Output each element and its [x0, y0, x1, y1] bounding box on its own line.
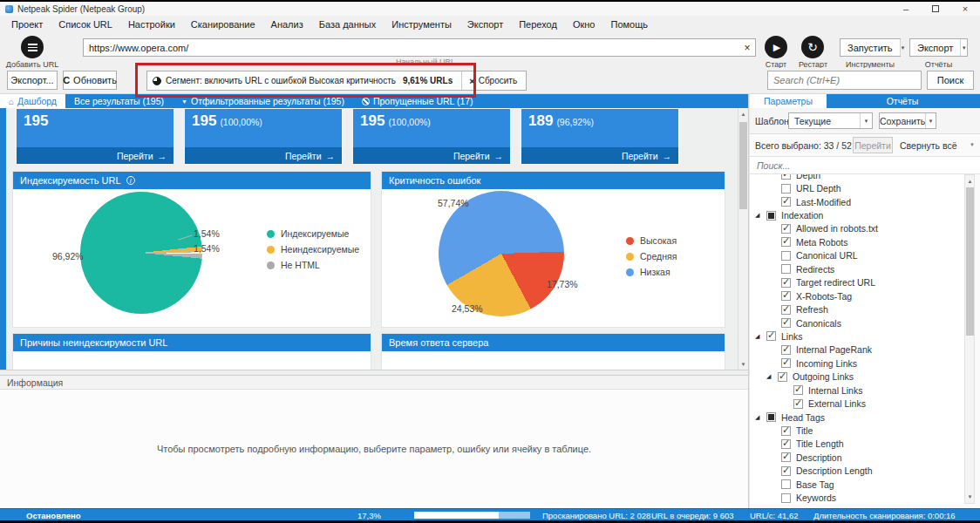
parameters-scrollbar[interactable]: ▲ ▼: [964, 174, 975, 504]
scrollbar-thumb[interactable]: [739, 122, 747, 209]
goto-button-disabled[interactable]: Перейти: [853, 137, 893, 153]
checkbox[interactable]: [781, 197, 791, 207]
checkbox[interactable]: [781, 291, 791, 301]
tree-item[interactable]: Title Length: [750, 438, 964, 451]
expander-icon[interactable]: ◢: [755, 414, 762, 421]
clear-url-icon[interactable]: ×: [739, 42, 755, 54]
start-button[interactable]: ▶: [765, 36, 787, 58]
checkbox[interactable]: [781, 237, 791, 247]
add-url-button[interactable]: [21, 36, 44, 58]
export-dropdown[interactable]: Экспорт ▼: [909, 38, 968, 57]
checkbox[interactable]: [781, 358, 791, 368]
close-button[interactable]: ×: [950, 2, 980, 16]
parameters-search-input[interactable]: [750, 158, 980, 174]
run-dropdown[interactable]: Запустить ▼: [840, 38, 901, 57]
tree-item[interactable]: Depth: [750, 174, 964, 181]
tab-all-results[interactable]: Все результаты (195): [65, 94, 173, 108]
tree-item[interactable]: ◢Head Tags: [750, 411, 964, 424]
menu-project[interactable]: Проект: [3, 17, 51, 31]
restart-button[interactable]: ↻: [801, 36, 824, 58]
tree-item[interactable]: URL Depth: [750, 181, 964, 194]
checkbox[interactable]: [766, 412, 776, 422]
tree-item[interactable]: ◢Indexation: [750, 208, 964, 221]
tree-item[interactable]: Description: [750, 451, 964, 464]
tree-item[interactable]: Last-Modified: [750, 195, 964, 208]
tree-item[interactable]: Target redirect URL: [750, 276, 964, 289]
search-input[interactable]: [768, 71, 921, 89]
menu-analysis[interactable]: Анализ: [263, 17, 311, 31]
checkbox[interactable]: [781, 426, 791, 436]
menu-tools[interactable]: Инструменты: [384, 17, 459, 31]
restore-button[interactable]: [921, 2, 950, 16]
tree-item[interactable]: Redirects: [750, 262, 964, 275]
tree-item[interactable]: Keywords: [750, 492, 964, 505]
tree-item[interactable]: ◢Links: [750, 329, 964, 343]
dashboard-scrollbar[interactable]: ▲ ▼: [738, 108, 748, 370]
menu-settings[interactable]: Настройки: [120, 17, 183, 31]
url-input[interactable]: [84, 43, 739, 53]
checkbox[interactable]: [793, 385, 803, 395]
expander-icon[interactable]: ◢: [755, 212, 762, 219]
expander-icon[interactable]: ◢: [766, 373, 773, 380]
information-panel-header[interactable]: Информация: [0, 375, 748, 390]
scroll-up-icon[interactable]: ▲: [965, 176, 975, 187]
scroll-down-icon[interactable]: ▼: [965, 492, 975, 502]
checkbox[interactable]: [781, 184, 791, 194]
save-template-button[interactable]: Сохранить ▼: [879, 112, 936, 129]
tab-reports[interactable]: Отчёты: [827, 94, 978, 108]
scrollbar-thumb[interactable]: [966, 187, 974, 336]
export-results-button[interactable]: Экспорт...: [7, 71, 58, 90]
checkbox[interactable]: [781, 318, 791, 328]
card-go-button[interactable]: Перейти→: [17, 147, 174, 164]
minimize-button[interactable]: –: [891, 2, 921, 16]
tree-item[interactable]: External Links: [750, 397, 964, 410]
collapse-all-button[interactable]: Свернуть всё: [900, 140, 957, 151]
menu-help[interactable]: Помощь: [602, 17, 656, 31]
checkbox[interactable]: [781, 174, 791, 180]
expander-icon[interactable]: ◢: [755, 333, 762, 340]
checkbox[interactable]: [766, 331, 776, 341]
tree-item[interactable]: Description Length: [750, 465, 964, 478]
tab-parameters[interactable]: Параметры: [750, 94, 827, 108]
menu-export[interactable]: Экспорт: [459, 17, 511, 31]
indexability-pie-chart[interactable]: [80, 192, 202, 314]
scroll-up-icon[interactable]: ▲: [738, 109, 748, 119]
tree-item[interactable]: Incoming Links: [750, 357, 964, 370]
checkbox[interactable]: [781, 305, 791, 315]
tree-item[interactable]: Canonical URL: [750, 249, 964, 262]
checkbox[interactable]: [781, 264, 791, 274]
tree-item[interactable]: Canonicals: [750, 316, 964, 329]
tree-item[interactable]: Allowed in robots.txt: [750, 222, 964, 235]
segment-reset-button[interactable]: × Сбросить: [462, 76, 521, 86]
checkbox[interactable]: [793, 399, 803, 409]
tree-item[interactable]: Refresh: [750, 302, 964, 316]
menu-goto[interactable]: Переход: [511, 17, 565, 31]
checkbox[interactable]: [781, 251, 791, 261]
tab-filtered-results[interactable]: ▼ Отфильтрованные результаты (195): [173, 94, 353, 108]
checkbox[interactable]: [766, 211, 776, 221]
tree-item[interactable]: Internal Links: [750, 384, 964, 397]
segment-chip[interactable]: Сегмент: включить URL с ошибкой Высокая …: [146, 71, 527, 91]
tree-item[interactable]: Meta Robots: [750, 235, 964, 248]
tree-item[interactable]: Base Tag: [750, 478, 964, 491]
checkbox[interactable]: [781, 224, 791, 234]
checkbox[interactable]: [781, 439, 791, 449]
menu-database[interactable]: База данных: [311, 17, 385, 31]
error-severity-pie-chart[interactable]: [439, 191, 564, 316]
menu-url-list[interactable]: Список URL: [51, 17, 120, 31]
menu-window[interactable]: Окно: [565, 17, 603, 31]
checkbox[interactable]: [778, 372, 787, 382]
template-select[interactable]: Текущие ▼: [788, 112, 873, 129]
info-icon[interactable]: i: [126, 176, 135, 185]
card-go-button[interactable]: Перейти→: [185, 147, 342, 164]
card-go-button[interactable]: Перейти→: [353, 147, 510, 164]
tree-item[interactable]: X-Robots-Tag: [750, 289, 964, 302]
tab-dashboard[interactable]: ⌂ Дашборд: [0, 94, 65, 108]
checkbox[interactable]: [781, 452, 791, 462]
checkbox[interactable]: [781, 479, 791, 489]
card-go-button[interactable]: Перейти→: [521, 147, 678, 164]
checkbox[interactable]: [781, 466, 791, 476]
tree-item[interactable]: ◢Outgoing Links: [750, 370, 964, 384]
checkbox[interactable]: [781, 345, 791, 355]
tree-item[interactable]: Title: [750, 424, 964, 437]
